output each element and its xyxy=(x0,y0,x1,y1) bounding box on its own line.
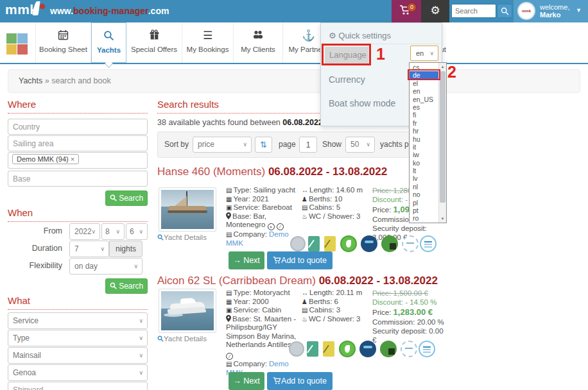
topbar-search-input[interactable] xyxy=(451,4,496,18)
scrollbar-thumb[interactable] xyxy=(440,71,445,203)
top-bar: mmk www.booking-manager.com 0 ⚙ mmk welc… xyxy=(0,0,588,22)
scrollbar[interactable]: ▲ ▼ xyxy=(438,63,446,223)
flexibility-select[interactable]: on day∨ xyxy=(69,258,143,275)
spec-length: Length: 20.11 m xyxy=(309,289,362,296)
safe-property-badge-icon xyxy=(380,341,397,357)
nav-item-special-offers[interactable]: Special Offers xyxy=(126,22,182,63)
where-search-button[interactable]: Search xyxy=(105,191,148,206)
language-option[interactable]: pt xyxy=(410,207,439,214)
search-label: Search xyxy=(119,282,143,291)
safe-property-badge-icon xyxy=(381,235,398,252)
chevron-down-icon: ∨ xyxy=(139,330,143,346)
what-title: What xyxy=(8,295,30,306)
sort-select[interactable]: price∨ xyxy=(193,137,252,153)
next-button[interactable]: → Next xyxy=(229,251,264,269)
breadcrumb-page: search and book xyxy=(51,76,110,85)
safe-travels-badge-icon xyxy=(359,341,376,357)
language-option[interactable]: es xyxy=(410,103,439,111)
shipyard-input[interactable] xyxy=(8,382,148,390)
cart-button[interactable] xyxy=(392,0,421,22)
arrow-right-icon: → xyxy=(233,377,241,386)
language-option[interactable]: iw xyxy=(410,151,439,158)
genoa-select[interactable]: Genoa∨ xyxy=(8,364,148,381)
service-select[interactable]: Service∨ xyxy=(8,312,148,329)
type-icon: ▤ xyxy=(226,187,232,194)
cart-icon xyxy=(273,377,281,385)
chip-close-icon[interactable]: × xyxy=(71,155,74,163)
yacht-photo[interactable] xyxy=(159,289,216,333)
duration-select[interactable]: 7∨ xyxy=(69,241,109,257)
add-to-quote-button[interactable]: Add to quote xyxy=(267,251,333,269)
language-option[interactable]: lt xyxy=(410,167,439,174)
location-circle-icon[interactable]: • xyxy=(268,223,275,230)
yacht-title[interactable]: Hanse 460 (Moments) 06.08.2022 - 13.08.2… xyxy=(157,165,387,178)
language-option[interactable]: nl xyxy=(410,183,439,191)
annotation-number-1: 1 xyxy=(376,45,385,64)
language-option[interactable]: it xyxy=(410,143,439,151)
yacht-dates: 06.08.2022 - 13.08.2022 xyxy=(319,275,438,287)
scroll-down-icon[interactable]: ▼ xyxy=(439,215,446,223)
chevron-down-icon: ∨ xyxy=(243,137,247,152)
nav-item-my-bookings[interactable]: ☰ My Bookings xyxy=(182,22,234,63)
day-value: 6 xyxy=(130,227,134,236)
type-select[interactable]: Type∨ xyxy=(8,330,148,346)
nav-item-my-clients[interactable]: My Clients xyxy=(234,22,283,63)
language-option[interactable]: el xyxy=(410,80,439,87)
language-option[interactable]: fr xyxy=(410,119,439,127)
chevron-down-icon[interactable]: ▼ xyxy=(576,7,582,13)
nav-item-booking-sheet[interactable]: Booking Sheet xyxy=(35,22,91,63)
currency-menu-item[interactable]: Currency xyxy=(329,74,365,85)
language-option[interactable]: ro xyxy=(410,214,439,222)
compass-icon[interactable]: ⁄ xyxy=(226,353,233,360)
from-day-select[interactable]: 6∨ xyxy=(126,223,148,240)
company-label: Company: xyxy=(233,230,269,238)
price-label: Price: xyxy=(372,206,393,214)
show-select[interactable]: 50∨ xyxy=(345,137,375,153)
next-button[interactable]: → Next xyxy=(229,372,264,390)
certificate-yellow-badge-icon xyxy=(323,341,334,357)
sort-direction-button[interactable]: ⇅ xyxy=(255,137,272,153)
language-option[interactable]: hu xyxy=(410,135,439,143)
language-option[interactable]: en_US xyxy=(410,96,439,103)
yacht-details-link[interactable]: Yacht Details xyxy=(157,233,207,241)
language-select[interactable]: en∨ xyxy=(410,46,438,61)
from-year-select[interactable]: 2022∨ xyxy=(69,223,100,240)
country-input[interactable] xyxy=(8,119,148,135)
mainsail-select[interactable]: Mainsail∨ xyxy=(8,347,148,364)
breadcrumb-section[interactable]: Yachts xyxy=(19,76,42,85)
language-option[interactable]: pl xyxy=(410,199,439,207)
yacht-details-link[interactable]: Yacht Details xyxy=(157,335,207,343)
compass-icon[interactable]: ⁄ xyxy=(277,223,284,230)
sailing-area-input[interactable] xyxy=(8,135,148,151)
nav-item-yachts[interactable]: Yachts xyxy=(91,22,126,63)
user-menu[interactable]: mmk welcome,Marko ▼ xyxy=(514,0,588,22)
language-option[interactable]: no xyxy=(410,191,439,198)
insurance-stamp-badge-icon xyxy=(419,341,435,357)
when-search-button[interactable]: Search xyxy=(105,278,148,294)
language-option[interactable]: hr xyxy=(410,127,439,135)
add-to-quote-button[interactable]: Add to quote xyxy=(267,372,333,390)
company-input[interactable]: Demo MMK (94) × xyxy=(8,152,148,169)
language-option[interactable]: ko xyxy=(410,159,439,167)
app-logo-squares[interactable] xyxy=(6,33,28,55)
from-month-select[interactable]: 8∨ xyxy=(101,223,125,240)
base-input[interactable] xyxy=(8,171,148,187)
company-chip[interactable]: Demo MMK (94) × xyxy=(12,154,79,164)
yacht-photo[interactable] xyxy=(159,187,216,232)
page-input[interactable] xyxy=(299,137,317,153)
topbar-search-button[interactable] xyxy=(497,4,512,18)
settings-button[interactable]: ⚙ xyxy=(421,0,449,22)
annotation-number-2: 2 xyxy=(447,63,456,81)
length-icon: ↔ xyxy=(302,289,308,296)
chevron-down-icon: ∨ xyxy=(366,137,370,152)
boat-show-mode-menu-item[interactable]: Boat show mode xyxy=(329,98,395,108)
month-value: 8 xyxy=(105,227,110,236)
language-option[interactable]: en xyxy=(410,87,439,95)
spec-type: Type: Sailing yacht xyxy=(233,186,295,194)
chevron-down-icon: ∨ xyxy=(91,224,96,239)
yacht-title[interactable]: Aicon 62 SL (Carribbean Dream) 06.08.202… xyxy=(157,275,438,287)
language-option[interactable]: lv xyxy=(410,174,439,182)
year-icon: ▦ xyxy=(226,196,232,203)
quality-stamp-badge-icon xyxy=(401,341,417,357)
language-option[interactable]: fi xyxy=(410,111,439,119)
